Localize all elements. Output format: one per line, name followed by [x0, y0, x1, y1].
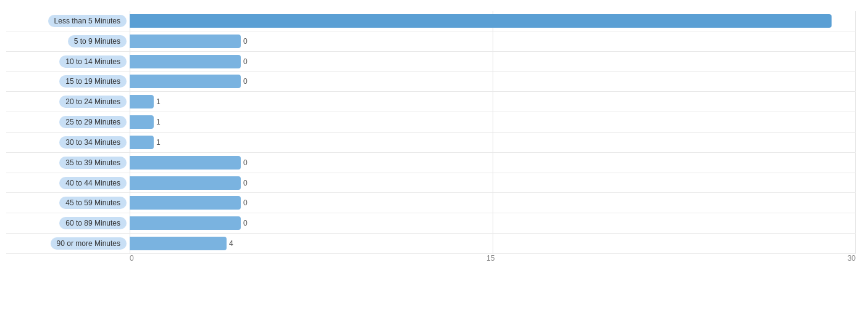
bar-fill [130, 176, 241, 190]
bar-track: 4 [130, 237, 856, 250]
bar-track: 0 [130, 156, 856, 170]
bar-row: 15 to 19 Minutes0 [6, 72, 856, 92]
bar-label-pill: 60 to 89 Minutes [59, 217, 127, 229]
bar-value: 0 [243, 158, 248, 167]
x-axis: 01530 [130, 254, 856, 272]
bar-track: 0 [130, 196, 856, 210]
bar-label: 35 to 39 Minutes [6, 157, 130, 169]
bar-track: 29 [130, 14, 856, 28]
bar-value: 1 [156, 97, 161, 106]
bar-row: 35 to 39 Minutes0 [6, 153, 856, 173]
bar-value: 0 [243, 77, 248, 86]
bar-row: 90 or more Minutes4 [6, 234, 856, 254]
bar-row: 10 to 14 Minutes0 [6, 52, 856, 72]
bar-row: 5 to 9 Minutes0 [6, 31, 856, 52]
bar-track: 0 [130, 216, 856, 230]
bar-label: 90 or more Minutes [6, 237, 130, 250]
bar-label: 60 to 89 Minutes [6, 217, 130, 229]
bar-track: 1 [130, 115, 856, 129]
bar-value: 29 [843, 17, 851, 25]
bar-fill [130, 14, 832, 28]
bar-fill [130, 196, 241, 210]
chart-container: Less than 5 Minutes295 to 9 Minutes010 t… [0, 0, 868, 323]
bar-label: 45 to 59 Minutes [6, 197, 130, 209]
bar-fill [130, 75, 241, 88]
x-axis-tick: 15 [486, 254, 495, 263]
bar-value: 0 [243, 219, 248, 227]
bar-label-pill: 5 to 9 Minutes [68, 35, 127, 47]
bar-label: 15 to 19 Minutes [6, 75, 130, 88]
bar-fill [130, 136, 154, 149]
bar-label: 40 to 44 Minutes [6, 177, 130, 189]
bars-area: Less than 5 Minutes295 to 9 Minutes010 t… [6, 11, 856, 254]
bar-track: 1 [130, 136, 856, 149]
x-axis-tick: 30 [848, 254, 856, 263]
bar-label: Less than 5 Minutes [6, 15, 130, 27]
bar-track: 0 [130, 35, 856, 48]
bar-row: 45 to 59 Minutes0 [6, 193, 856, 213]
chart-area: Less than 5 Minutes295 to 9 Minutes010 t… [6, 11, 856, 272]
bar-row: 30 to 34 Minutes1 [6, 133, 856, 153]
bar-label: 10 to 14 Minutes [6, 55, 130, 68]
bar-fill [130, 237, 227, 250]
bar-value: 0 [243, 198, 248, 207]
bar-label-pill: 40 to 44 Minutes [59, 177, 127, 189]
bar-fill [130, 55, 241, 68]
bar-label-pill: 15 to 19 Minutes [59, 75, 127, 88]
bar-label: 30 to 34 Minutes [6, 136, 130, 149]
bar-row: 25 to 29 Minutes1 [6, 112, 856, 133]
bar-label: 25 to 29 Minutes [6, 116, 130, 128]
bar-label-pill: 25 to 29 Minutes [59, 116, 127, 128]
bar-row: Less than 5 Minutes29 [6, 11, 856, 31]
bar-track: 1 [130, 95, 856, 108]
bar-value: 0 [243, 37, 248, 46]
bar-row: 40 to 44 Minutes0 [6, 173, 856, 194]
bar-track: 0 [130, 55, 856, 68]
bar-fill [130, 216, 241, 230]
x-axis-tick: 0 [130, 254, 134, 263]
bar-label-pill: 30 to 34 Minutes [59, 136, 127, 149]
bar-value: 4 [229, 239, 233, 248]
bar-fill [130, 35, 241, 48]
bar-fill [130, 115, 154, 129]
bar-label-pill: 20 to 24 Minutes [59, 96, 127, 108]
bar-label-pill: 90 or more Minutes [51, 237, 127, 250]
bar-label-pill: 10 to 14 Minutes [59, 55, 127, 68]
bar-value: 0 [243, 57, 248, 66]
bar-label-pill: Less than 5 Minutes [48, 15, 127, 27]
bar-fill [130, 156, 241, 170]
bar-track: 0 [130, 75, 856, 88]
bar-fill [130, 95, 154, 108]
bar-value: 1 [156, 118, 161, 126]
bar-label: 20 to 24 Minutes [6, 96, 130, 108]
bar-label: 5 to 9 Minutes [6, 35, 130, 47]
bar-label-pill: 35 to 39 Minutes [59, 157, 127, 169]
bar-value: 0 [243, 179, 248, 187]
bar-row: 60 to 89 Minutes0 [6, 213, 856, 234]
bar-label-pill: 45 to 59 Minutes [59, 197, 127, 209]
bar-value: 1 [156, 138, 161, 147]
bar-track: 0 [130, 176, 856, 190]
bar-row: 20 to 24 Minutes1 [6, 92, 856, 112]
